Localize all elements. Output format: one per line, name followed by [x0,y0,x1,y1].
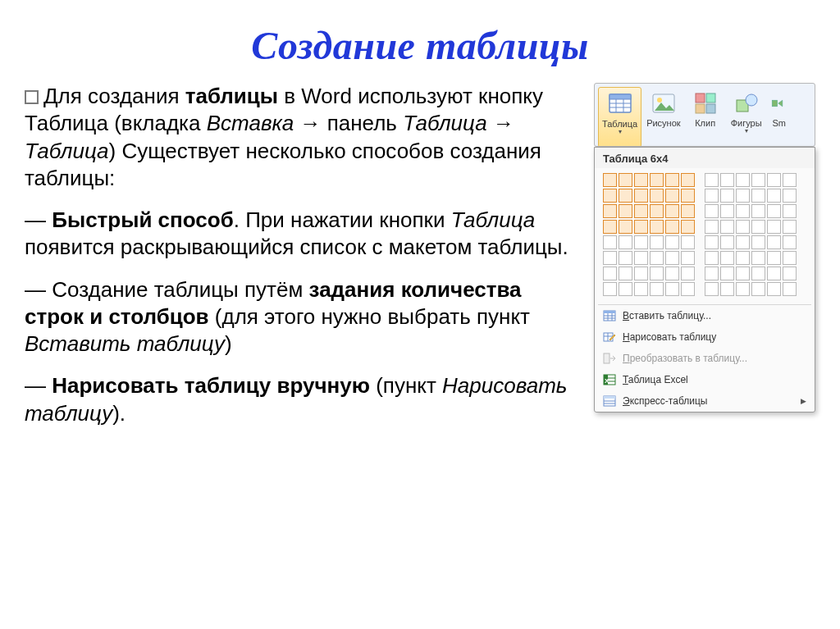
grid-cell[interactable] [665,220,679,234]
grid-cell[interactable] [720,189,734,203]
grid-cell[interactable] [650,204,664,218]
grid-cell[interactable] [650,220,664,234]
smartart-button[interactable]: Sm [768,87,791,146]
grid-cell[interactable] [767,204,781,218]
grid-cell[interactable] [705,189,719,203]
grid-cell[interactable] [767,189,781,203]
grid-cell[interactable] [665,204,679,218]
grid-cell[interactable] [665,189,679,203]
grid-cell[interactable] [705,235,719,249]
grid-cell[interactable] [681,282,695,296]
grid-cell[interactable] [681,220,695,234]
grid-cell[interactable] [720,251,734,265]
grid-cell[interactable] [705,173,719,187]
clip-button[interactable]: Клип [686,87,725,146]
grid-cell[interactable] [665,251,679,265]
grid-cell[interactable] [619,251,632,265]
grid-cell[interactable] [736,173,750,187]
grid-cell[interactable] [720,235,734,249]
grid-cell[interactable] [603,173,617,187]
grid-cell[interactable] [736,220,750,234]
grid-cell[interactable] [619,173,632,187]
grid-cell[interactable] [603,235,617,249]
grid-cell[interactable] [705,204,719,218]
shapes-button[interactable]: Фигуры ▾ [727,87,766,146]
grid-cell[interactable] [619,204,632,218]
grid-cell[interactable] [767,220,781,234]
menu-express-tables[interactable]: Экспресс-таблицы ▶ [595,390,815,412]
grid-cell[interactable] [751,235,765,249]
grid-cell[interactable] [681,267,695,280]
grid-cell[interactable] [720,220,734,234]
grid-cell[interactable] [634,204,648,218]
grid-cell[interactable] [650,235,664,249]
grid-cell[interactable] [751,173,765,187]
grid-cell[interactable] [705,282,719,296]
grid-cell[interactable] [736,267,750,280]
grid-cell[interactable] [751,282,765,296]
grid-cell[interactable] [603,282,617,296]
grid-cell[interactable] [665,235,679,249]
grid-cell[interactable] [783,189,797,203]
grid-cell[interactable] [665,282,679,296]
grid-cell[interactable] [751,267,765,280]
grid-cell[interactable] [603,251,617,265]
grid-cell[interactable] [783,282,797,296]
grid-cell[interactable] [650,251,664,265]
grid-cell[interactable] [681,204,695,218]
grid-cell[interactable] [681,235,695,249]
grid-cell[interactable] [665,267,679,280]
grid-cell[interactable] [783,173,797,187]
grid-cell[interactable] [720,282,734,296]
grid-cell[interactable] [783,267,797,280]
table-button[interactable]: Таблица ▾ [598,87,641,147]
grid-cell[interactable] [619,220,632,234]
grid-cell[interactable] [705,220,719,234]
grid-cell[interactable] [603,204,617,218]
grid-picker-left[interactable] [603,173,695,296]
grid-cell[interactable] [767,235,781,249]
grid-cell[interactable] [650,267,664,280]
grid-cell[interactable] [783,204,797,218]
grid-cell[interactable] [720,204,734,218]
grid-cell[interactable] [751,204,765,218]
grid-cell[interactable] [720,173,734,187]
grid-cell[interactable] [736,189,750,203]
menu-excel-table[interactable]: X Таблица Excel [595,369,815,390]
grid-cell[interactable] [650,282,664,296]
grid-cell[interactable] [767,173,781,187]
grid-cell[interactable] [751,251,765,265]
grid-cell[interactable] [634,282,648,296]
grid-cell[interactable] [783,235,797,249]
grid-cell[interactable] [603,267,617,280]
picture-button[interactable]: Рисунок [643,87,684,146]
grid-cell[interactable] [705,267,719,280]
grid-cell[interactable] [681,189,695,203]
grid-cell[interactable] [736,235,750,249]
grid-cell[interactable] [783,220,797,234]
grid-cell[interactable] [681,251,695,265]
grid-cell[interactable] [783,251,797,265]
grid-cell[interactable] [634,235,648,249]
grid-cell[interactable] [665,173,679,187]
grid-cell[interactable] [634,189,648,203]
grid-cell[interactable] [736,204,750,218]
grid-cell[interactable] [705,251,719,265]
grid-cell[interactable] [681,173,695,187]
grid-cell[interactable] [603,220,617,234]
grid-cell[interactable] [634,173,648,187]
grid-cell[interactable] [751,189,765,203]
grid-cell[interactable] [650,189,664,203]
grid-cell[interactable] [767,267,781,280]
menu-insert-table[interactable]: ВВставить таблицу...ставить таблицу... [595,305,815,326]
grid-cell[interactable] [736,251,750,265]
grid-cell[interactable] [619,267,632,280]
grid-cell[interactable] [603,189,617,203]
grid-cell[interactable] [720,267,734,280]
grid-cell[interactable] [767,282,781,296]
grid-cell[interactable] [619,282,632,296]
grid-cell[interactable] [619,189,632,203]
grid-cell[interactable] [634,220,648,234]
grid-cell[interactable] [767,251,781,265]
grid-cell[interactable] [634,251,648,265]
